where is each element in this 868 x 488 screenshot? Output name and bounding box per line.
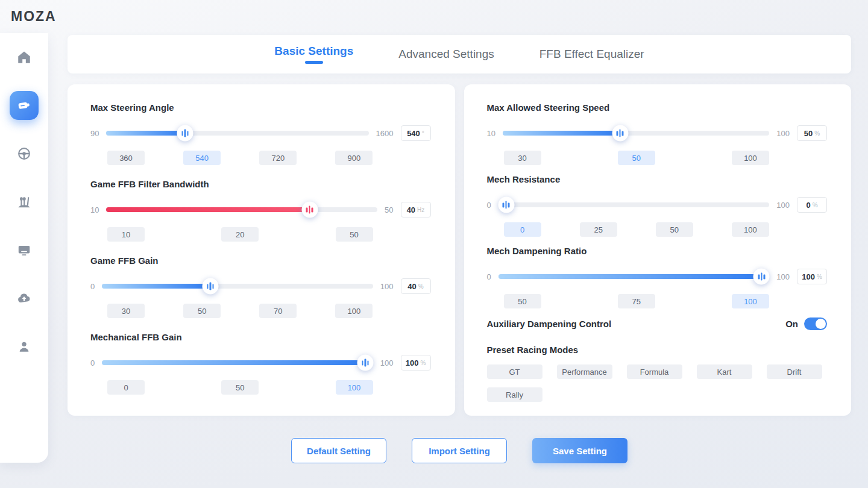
unit-label: % bbox=[420, 360, 426, 366]
basic-settings-right-panel: Max Allowed Steering Speed 10 100 50 % 3… bbox=[464, 84, 852, 416]
steering-wheel-icon bbox=[16, 146, 32, 161]
save-setting-button[interactable]: Save Setting bbox=[532, 438, 627, 463]
mode-button-rally[interactable]: Rally bbox=[487, 387, 542, 402]
tab-advanced-settings[interactable]: Advanced Settings bbox=[398, 48, 494, 61]
slider-handle[interactable] bbox=[301, 202, 318, 218]
game-ffb-gain-slider[interactable] bbox=[102, 284, 373, 289]
mode-button-drift[interactable]: Drift bbox=[767, 364, 822, 379]
section-title: Mech Resistance bbox=[487, 174, 828, 184]
preset-button-100[interactable]: 100 bbox=[336, 380, 373, 395]
sidebar-item-steering-wheel[interactable] bbox=[10, 139, 39, 168]
sidebar-item-wheelbase[interactable] bbox=[10, 91, 39, 120]
slider-min-label: 0 bbox=[90, 282, 95, 291]
sidebar-item-cloud[interactable] bbox=[10, 284, 39, 313]
mech-resistance-section: Mech Resistance 0 100 0 % 0 25 bbox=[487, 174, 828, 237]
slider-handle[interactable] bbox=[498, 197, 514, 213]
mech-dampening-ratio-value-input[interactable]: 100 % bbox=[797, 269, 827, 284]
preset-button-720[interactable]: 720 bbox=[259, 151, 297, 165]
slider-max-label: 50 bbox=[385, 205, 393, 214]
preset-button-0[interactable]: 0 bbox=[504, 222, 541, 237]
tab-basic-settings[interactable]: Basic Settings bbox=[274, 45, 353, 64]
sidebar-item-monitor[interactable] bbox=[10, 236, 39, 264]
preset-button-50[interactable]: 50 bbox=[183, 304, 221, 318]
game-ffb-filter-bandwidth-value-input[interactable]: 40 Hz bbox=[401, 202, 431, 217]
slider-handle[interactable] bbox=[203, 278, 219, 295]
section-title: Max Allowed Steering Speed bbox=[487, 102, 828, 113]
sidebar-item-user[interactable] bbox=[10, 332, 39, 361]
preset-button-540[interactable]: 540 bbox=[183, 151, 221, 165]
import-setting-button[interactable]: Import Setting bbox=[412, 438, 507, 463]
slider-handle[interactable] bbox=[753, 269, 770, 285]
preset-button-50[interactable]: 50 bbox=[336, 227, 373, 242]
preset-button-30[interactable]: 30 bbox=[504, 151, 541, 165]
unit-label: % bbox=[814, 130, 820, 137]
slider-min-label: 10 bbox=[90, 205, 99, 214]
sidebar-item-home[interactable] bbox=[10, 43, 39, 72]
preset-button-75[interactable]: 75 bbox=[618, 294, 655, 308]
preset-button-100[interactable]: 100 bbox=[732, 151, 769, 165]
default-setting-button[interactable]: Default Setting bbox=[291, 438, 386, 463]
tab-ffb-effect-equalizer[interactable]: FFB Effect Equalizer bbox=[539, 48, 644, 61]
slider-fill bbox=[498, 274, 770, 279]
mech-dampening-ratio-section: Mech Dampening Ratio 0 100 100 % 50 75 bbox=[487, 246, 828, 308]
sidebar-item-pedals[interactable] bbox=[10, 187, 39, 216]
moza-logo: MOZA bbox=[11, 8, 57, 25]
top-header: MOZA bbox=[0, 0, 868, 33]
preset-button-20[interactable]: 20 bbox=[221, 227, 259, 242]
mechanical-ffb-gain-slider[interactable] bbox=[102, 360, 373, 365]
slider-max-label: 1600 bbox=[376, 129, 394, 138]
max-steering-angle-value-input[interactable]: 540 ° bbox=[401, 125, 431, 141]
mech-dampening-ratio-slider[interactable] bbox=[498, 274, 770, 279]
slider-handle[interactable] bbox=[357, 355, 373, 371]
slider-min-label: 90 bbox=[90, 129, 99, 138]
preset-button-100[interactable]: 100 bbox=[732, 222, 769, 237]
settings-tabbar: Basic Settings Advanced Settings FFB Eff… bbox=[68, 35, 851, 74]
max-allowed-steering-speed-slider[interactable] bbox=[503, 131, 769, 136]
preset-button-50[interactable]: 50 bbox=[504, 294, 541, 308]
slider-handle[interactable] bbox=[612, 125, 628, 142]
preset-button-360[interactable]: 360 bbox=[107, 151, 145, 165]
mode-button-kart[interactable]: Kart bbox=[697, 364, 752, 379]
slider-max-label: 100 bbox=[776, 129, 790, 138]
preset-button-100[interactable]: 100 bbox=[335, 304, 373, 318]
max-allowed-steering-speed-value-input[interactable]: 50 % bbox=[797, 125, 827, 141]
section-title: Mechanical FFB Gain bbox=[90, 332, 431, 342]
preset-button-30[interactable]: 30 bbox=[107, 304, 145, 318]
mode-button-formula[interactable]: Formula bbox=[627, 364, 682, 379]
slider-fill bbox=[106, 131, 185, 136]
preset-button-50[interactable]: 50 bbox=[656, 222, 693, 237]
game-ffb-filter-bandwidth-section: Game FFB Filter Bandwidth 10 50 40 Hz 10 bbox=[90, 179, 431, 242]
toggle-knob bbox=[816, 319, 826, 329]
wheelbase-icon bbox=[16, 98, 32, 113]
preset-button-900[interactable]: 900 bbox=[335, 151, 373, 165]
mode-button-gt[interactable]: GT bbox=[487, 364, 542, 379]
slider-fill bbox=[102, 284, 210, 289]
preset-button-0[interactable]: 0 bbox=[107, 380, 145, 395]
section-title: Game FFB Gain bbox=[90, 255, 431, 266]
auxiliary-dampening-toggle[interactable] bbox=[804, 318, 827, 330]
slider-min-label: 10 bbox=[487, 129, 495, 138]
section-title: Max Steering Angle bbox=[90, 102, 431, 113]
game-ffb-gain-value-input[interactable]: 40 % bbox=[401, 278, 431, 294]
unit-label: ° bbox=[422, 130, 424, 137]
preset-button-10[interactable]: 10 bbox=[107, 227, 145, 242]
max-steering-angle-slider[interactable] bbox=[106, 131, 368, 136]
mech-resistance-value-input[interactable]: 0 % bbox=[797, 197, 827, 213]
mode-button-performance[interactable]: Performance bbox=[557, 364, 612, 379]
slider-max-label: 100 bbox=[380, 358, 394, 368]
preset-button-70[interactable]: 70 bbox=[259, 304, 297, 318]
auxiliary-dampening-control-label: Auxiliary Dampening Control bbox=[487, 319, 612, 329]
mechanical-ffb-gain-value-input[interactable]: 100 % bbox=[401, 355, 431, 371]
preset-button-50[interactable]: 50 bbox=[618, 151, 655, 165]
mechanical-ffb-gain-section: Mechanical FFB Gain 0 100 100 % 0 50 bbox=[90, 332, 431, 395]
preset-button-25[interactable]: 25 bbox=[580, 222, 617, 237]
preset-button-100[interactable]: 100 bbox=[732, 294, 769, 308]
auxiliary-dampening-control-row: Auxiliary Dampening Control On bbox=[487, 318, 828, 330]
game-ffb-filter-bandwidth-slider[interactable] bbox=[106, 207, 377, 212]
preset-button-50[interactable]: 50 bbox=[221, 380, 259, 395]
mech-resistance-slider[interactable] bbox=[498, 202, 770, 207]
toggle-state-label: On bbox=[785, 319, 798, 329]
basic-settings-left-panel: Max Steering Angle 90 1600 540 ° 360 54 bbox=[68, 84, 455, 416]
slider-handle[interactable] bbox=[177, 125, 193, 142]
slider-fill bbox=[102, 360, 373, 365]
